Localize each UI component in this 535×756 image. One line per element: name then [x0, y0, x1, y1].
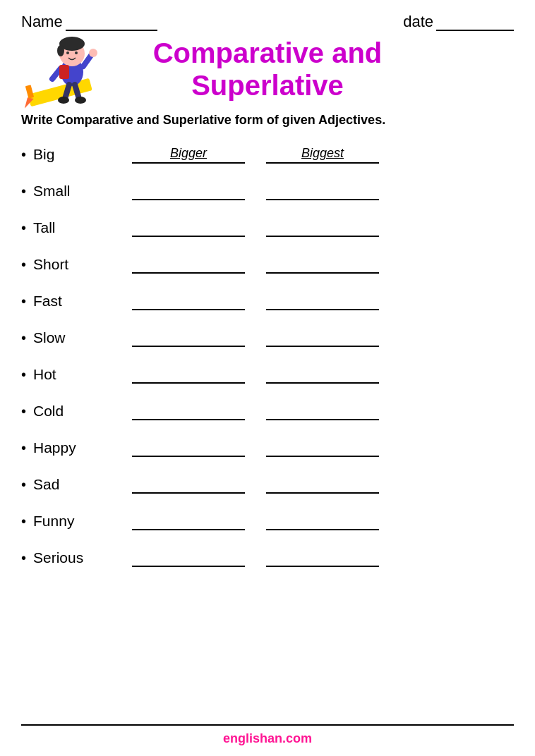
bullet-icon: • [21, 220, 26, 236]
superlative-answer [266, 512, 379, 530]
list-item: • Hot [21, 356, 514, 393]
superlative-answer [266, 402, 379, 420]
date-line [436, 28, 514, 31]
list-item: • Small [21, 173, 514, 209]
adjective-word: Cold [33, 403, 118, 420]
adjective-word: Small [33, 183, 118, 200]
list-item: • Slow [21, 319, 514, 356]
adjective-word: Big [33, 146, 118, 163]
date-label: date [403, 13, 433, 31]
svg-point-10 [89, 49, 97, 57]
comparative-answer [132, 365, 245, 384]
footer-website: englishan.com [223, 731, 312, 745]
list-item: • Happy [21, 429, 514, 466]
adjective-word: Hot [33, 366, 118, 383]
comparative-answer [132, 255, 245, 274]
worksheet-page: Name date [0, 0, 535, 756]
comparative-answer [132, 182, 245, 200]
superlative-answer [266, 219, 379, 237]
mascot-container [21, 30, 102, 114]
footer: englishan.com [21, 724, 514, 749]
adjective-word: Serious [33, 549, 118, 566]
adjective-word: Happy [33, 439, 118, 456]
list-item: • Fast [21, 283, 514, 319]
superlative-answer [266, 182, 379, 200]
comparative-answer [132, 549, 245, 567]
adjective-list: • Big Bigger Biggest • Small • Tall • Sh… [21, 136, 514, 576]
adjective-word: Funny [33, 513, 118, 530]
adjective-word: Fast [33, 293, 118, 310]
comparative-answer: Bigger [132, 145, 245, 164]
list-item: • Short [21, 246, 514, 283]
name-label: Name [21, 13, 63, 31]
list-item: • Sad [21, 466, 514, 503]
superlative-answer [266, 329, 379, 347]
svg-rect-12 [59, 65, 69, 79]
svg-point-15 [58, 97, 69, 104]
svg-point-16 [75, 97, 86, 104]
bullet-icon: • [21, 367, 26, 383]
comparative-answer [132, 292, 245, 310]
bullet-icon: • [21, 550, 26, 566]
name-date-row: Name date [21, 13, 514, 31]
superlative-answer [266, 549, 379, 567]
bullet-icon: • [21, 147, 26, 163]
svg-point-7 [66, 51, 69, 54]
superlative-answer: Biggest [266, 145, 379, 164]
comparative-answer [132, 475, 245, 494]
superlative-answer [266, 255, 379, 274]
superlative-answer [266, 439, 379, 457]
bullet-icon: • [21, 513, 26, 530]
adjective-word: Short [33, 256, 118, 273]
adjective-word: Sad [33, 476, 118, 493]
bullet-icon: • [21, 293, 26, 310]
bullet-icon: • [21, 183, 26, 200]
superlative-answer [266, 475, 379, 494]
svg-point-6 [57, 45, 64, 56]
list-item: • Funny [21, 503, 514, 539]
superlative-answer [266, 292, 379, 310]
bullet-icon: • [21, 257, 26, 273]
bullet-icon: • [21, 330, 26, 346]
mascot-icon [21, 30, 102, 111]
bullet-icon: • [21, 477, 26, 493]
list-item: • Big Bigger Biggest [21, 136, 514, 173]
svg-rect-2 [25, 85, 34, 98]
name-section: Name [21, 13, 157, 31]
comparative-answer [132, 402, 245, 420]
list-item: • Serious [21, 539, 514, 576]
list-item: • Tall [21, 209, 514, 246]
list-item: • Cold [21, 393, 514, 429]
date-section: date [403, 13, 514, 31]
comparative-answer [132, 512, 245, 530]
instructions-text: Write Comparative and Superlative form o… [21, 111, 514, 129]
comparative-answer [132, 329, 245, 347]
superlative-answer [266, 365, 379, 384]
adjective-word: Tall [33, 219, 118, 236]
comparative-answer [132, 439, 245, 457]
svg-point-8 [75, 51, 78, 54]
comparative-answer [132, 219, 245, 237]
header-row: Comparative and Superlative [21, 37, 514, 102]
adjective-word: Slow [33, 329, 118, 346]
bullet-icon: • [21, 403, 26, 420]
bullet-icon: • [21, 440, 26, 456]
